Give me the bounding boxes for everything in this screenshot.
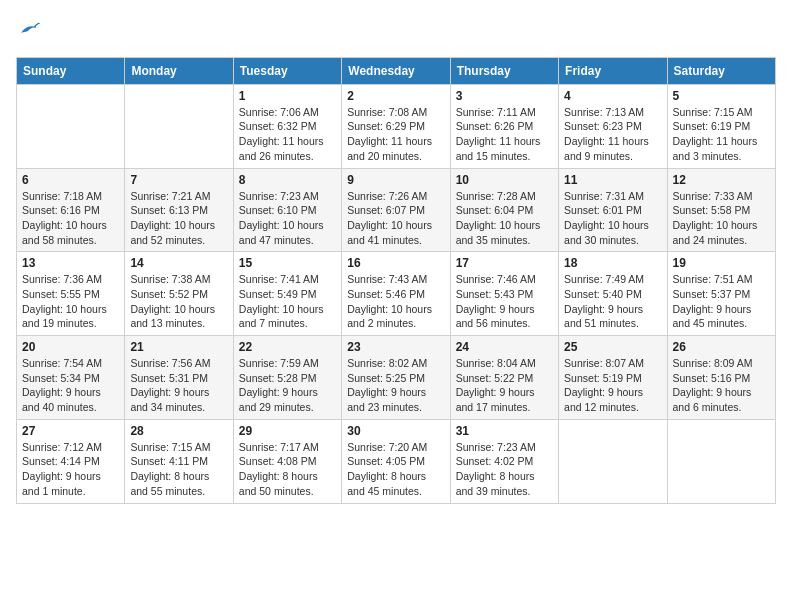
day-number: 23 bbox=[347, 340, 444, 354]
calendar-cell: 11Sunrise: 7:31 AM Sunset: 6:01 PM Dayli… bbox=[559, 168, 667, 252]
calendar-cell: 5Sunrise: 7:15 AM Sunset: 6:19 PM Daylig… bbox=[667, 84, 775, 168]
calendar-cell: 9Sunrise: 7:26 AM Sunset: 6:07 PM Daylig… bbox=[342, 168, 450, 252]
logo-bird-icon bbox=[18, 16, 42, 40]
day-number: 15 bbox=[239, 256, 336, 270]
day-info: Sunrise: 7:06 AM Sunset: 6:32 PM Dayligh… bbox=[239, 105, 336, 164]
day-number: 19 bbox=[673, 256, 770, 270]
week-row-4: 20Sunrise: 7:54 AM Sunset: 5:34 PM Dayli… bbox=[17, 336, 776, 420]
calendar-cell: 7Sunrise: 7:21 AM Sunset: 6:13 PM Daylig… bbox=[125, 168, 233, 252]
weekday-header-monday: Monday bbox=[125, 57, 233, 84]
day-info: Sunrise: 8:07 AM Sunset: 5:19 PM Dayligh… bbox=[564, 356, 661, 415]
day-info: Sunrise: 7:31 AM Sunset: 6:01 PM Dayligh… bbox=[564, 189, 661, 248]
calendar-cell: 8Sunrise: 7:23 AM Sunset: 6:10 PM Daylig… bbox=[233, 168, 341, 252]
day-info: Sunrise: 7:18 AM Sunset: 6:16 PM Dayligh… bbox=[22, 189, 119, 248]
day-number: 14 bbox=[130, 256, 227, 270]
day-info: Sunrise: 8:04 AM Sunset: 5:22 PM Dayligh… bbox=[456, 356, 553, 415]
calendar-cell bbox=[667, 419, 775, 503]
calendar-cell: 31Sunrise: 7:23 AM Sunset: 4:02 PM Dayli… bbox=[450, 419, 558, 503]
weekday-header-row: SundayMondayTuesdayWednesdayThursdayFrid… bbox=[17, 57, 776, 84]
calendar-cell: 27Sunrise: 7:12 AM Sunset: 4:14 PM Dayli… bbox=[17, 419, 125, 503]
week-row-5: 27Sunrise: 7:12 AM Sunset: 4:14 PM Dayli… bbox=[17, 419, 776, 503]
calendar-cell: 18Sunrise: 7:49 AM Sunset: 5:40 PM Dayli… bbox=[559, 252, 667, 336]
day-info: Sunrise: 7:26 AM Sunset: 6:07 PM Dayligh… bbox=[347, 189, 444, 248]
day-number: 8 bbox=[239, 173, 336, 187]
day-number: 11 bbox=[564, 173, 661, 187]
day-number: 2 bbox=[347, 89, 444, 103]
weekday-header-tuesday: Tuesday bbox=[233, 57, 341, 84]
day-info: Sunrise: 7:46 AM Sunset: 5:43 PM Dayligh… bbox=[456, 272, 553, 331]
calendar-cell: 12Sunrise: 7:33 AM Sunset: 5:58 PM Dayli… bbox=[667, 168, 775, 252]
day-number: 27 bbox=[22, 424, 119, 438]
day-info: Sunrise: 7:23 AM Sunset: 6:10 PM Dayligh… bbox=[239, 189, 336, 248]
day-number: 16 bbox=[347, 256, 444, 270]
day-info: Sunrise: 7:08 AM Sunset: 6:29 PM Dayligh… bbox=[347, 105, 444, 164]
calendar-cell: 3Sunrise: 7:11 AM Sunset: 6:26 PM Daylig… bbox=[450, 84, 558, 168]
day-number: 4 bbox=[564, 89, 661, 103]
day-info: Sunrise: 7:15 AM Sunset: 6:19 PM Dayligh… bbox=[673, 105, 770, 164]
day-number: 1 bbox=[239, 89, 336, 103]
day-info: Sunrise: 7:36 AM Sunset: 5:55 PM Dayligh… bbox=[22, 272, 119, 331]
calendar-cell bbox=[125, 84, 233, 168]
day-info: Sunrise: 7:41 AM Sunset: 5:49 PM Dayligh… bbox=[239, 272, 336, 331]
day-number: 20 bbox=[22, 340, 119, 354]
day-info: Sunrise: 7:51 AM Sunset: 5:37 PM Dayligh… bbox=[673, 272, 770, 331]
week-row-1: 1Sunrise: 7:06 AM Sunset: 6:32 PM Daylig… bbox=[17, 84, 776, 168]
calendar-cell: 14Sunrise: 7:38 AM Sunset: 5:52 PM Dayli… bbox=[125, 252, 233, 336]
calendar-cell: 24Sunrise: 8:04 AM Sunset: 5:22 PM Dayli… bbox=[450, 336, 558, 420]
day-info: Sunrise: 7:23 AM Sunset: 4:02 PM Dayligh… bbox=[456, 440, 553, 499]
weekday-header-wednesday: Wednesday bbox=[342, 57, 450, 84]
calendar-table: SundayMondayTuesdayWednesdayThursdayFrid… bbox=[16, 57, 776, 504]
calendar-cell: 15Sunrise: 7:41 AM Sunset: 5:49 PM Dayli… bbox=[233, 252, 341, 336]
day-number: 25 bbox=[564, 340, 661, 354]
day-number: 3 bbox=[456, 89, 553, 103]
calendar-cell: 21Sunrise: 7:56 AM Sunset: 5:31 PM Dayli… bbox=[125, 336, 233, 420]
day-number: 26 bbox=[673, 340, 770, 354]
day-info: Sunrise: 7:54 AM Sunset: 5:34 PM Dayligh… bbox=[22, 356, 119, 415]
calendar-cell: 2Sunrise: 7:08 AM Sunset: 6:29 PM Daylig… bbox=[342, 84, 450, 168]
day-info: Sunrise: 8:09 AM Sunset: 5:16 PM Dayligh… bbox=[673, 356, 770, 415]
calendar-cell: 19Sunrise: 7:51 AM Sunset: 5:37 PM Dayli… bbox=[667, 252, 775, 336]
day-info: Sunrise: 7:20 AM Sunset: 4:05 PM Dayligh… bbox=[347, 440, 444, 499]
day-number: 29 bbox=[239, 424, 336, 438]
day-info: Sunrise: 7:21 AM Sunset: 6:13 PM Dayligh… bbox=[130, 189, 227, 248]
day-number: 22 bbox=[239, 340, 336, 354]
day-info: Sunrise: 7:59 AM Sunset: 5:28 PM Dayligh… bbox=[239, 356, 336, 415]
day-number: 30 bbox=[347, 424, 444, 438]
logo-general-line bbox=[16, 16, 42, 45]
day-info: Sunrise: 7:49 AM Sunset: 5:40 PM Dayligh… bbox=[564, 272, 661, 331]
calendar-cell bbox=[559, 419, 667, 503]
calendar-cell: 6Sunrise: 7:18 AM Sunset: 6:16 PM Daylig… bbox=[17, 168, 125, 252]
calendar-cell: 26Sunrise: 8:09 AM Sunset: 5:16 PM Dayli… bbox=[667, 336, 775, 420]
day-number: 18 bbox=[564, 256, 661, 270]
day-number: 17 bbox=[456, 256, 553, 270]
calendar-cell: 20Sunrise: 7:54 AM Sunset: 5:34 PM Dayli… bbox=[17, 336, 125, 420]
day-info: Sunrise: 7:12 AM Sunset: 4:14 PM Dayligh… bbox=[22, 440, 119, 499]
calendar-cell: 1Sunrise: 7:06 AM Sunset: 6:32 PM Daylig… bbox=[233, 84, 341, 168]
calendar-cell: 16Sunrise: 7:43 AM Sunset: 5:46 PM Dayli… bbox=[342, 252, 450, 336]
day-number: 28 bbox=[130, 424, 227, 438]
day-info: Sunrise: 7:56 AM Sunset: 5:31 PM Dayligh… bbox=[130, 356, 227, 415]
day-number: 24 bbox=[456, 340, 553, 354]
day-info: Sunrise: 7:43 AM Sunset: 5:46 PM Dayligh… bbox=[347, 272, 444, 331]
calendar-cell: 13Sunrise: 7:36 AM Sunset: 5:55 PM Dayli… bbox=[17, 252, 125, 336]
calendar-cell: 29Sunrise: 7:17 AM Sunset: 4:08 PM Dayli… bbox=[233, 419, 341, 503]
day-number: 7 bbox=[130, 173, 227, 187]
page-header bbox=[16, 16, 776, 45]
day-number: 9 bbox=[347, 173, 444, 187]
day-number: 6 bbox=[22, 173, 119, 187]
calendar-cell: 22Sunrise: 7:59 AM Sunset: 5:28 PM Dayli… bbox=[233, 336, 341, 420]
day-info: Sunrise: 7:33 AM Sunset: 5:58 PM Dayligh… bbox=[673, 189, 770, 248]
day-info: Sunrise: 7:17 AM Sunset: 4:08 PM Dayligh… bbox=[239, 440, 336, 499]
day-number: 13 bbox=[22, 256, 119, 270]
week-row-2: 6Sunrise: 7:18 AM Sunset: 6:16 PM Daylig… bbox=[17, 168, 776, 252]
day-number: 5 bbox=[673, 89, 770, 103]
calendar-cell: 28Sunrise: 7:15 AM Sunset: 4:11 PM Dayli… bbox=[125, 419, 233, 503]
calendar-cell: 30Sunrise: 7:20 AM Sunset: 4:05 PM Dayli… bbox=[342, 419, 450, 503]
calendar-cell: 4Sunrise: 7:13 AM Sunset: 6:23 PM Daylig… bbox=[559, 84, 667, 168]
week-row-3: 13Sunrise: 7:36 AM Sunset: 5:55 PM Dayli… bbox=[17, 252, 776, 336]
day-number: 10 bbox=[456, 173, 553, 187]
day-number: 21 bbox=[130, 340, 227, 354]
day-number: 31 bbox=[456, 424, 553, 438]
calendar-cell: 10Sunrise: 7:28 AM Sunset: 6:04 PM Dayli… bbox=[450, 168, 558, 252]
calendar-cell bbox=[17, 84, 125, 168]
